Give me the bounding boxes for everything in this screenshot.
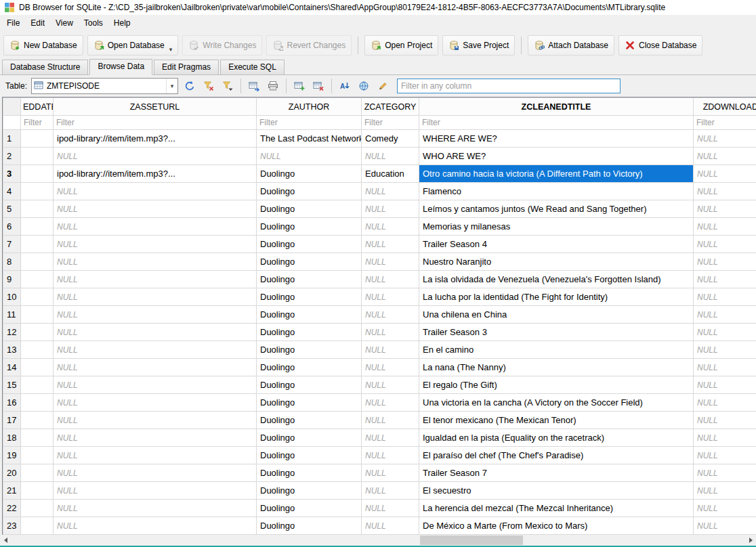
cell-eddate[interactable] bbox=[21, 482, 54, 500]
scroll-left-arrow-icon[interactable] bbox=[0, 535, 11, 546]
menu-view[interactable]: View bbox=[50, 16, 79, 30]
dropdown-arrow-icon[interactable]: ▾ bbox=[169, 46, 173, 55]
cell-asseturl[interactable]: NULL bbox=[54, 148, 257, 165]
cell-download[interactable]: NULL bbox=[694, 148, 756, 165]
cell-category[interactable]: NULL bbox=[362, 183, 419, 200]
cell-category[interactable]: Comedy bbox=[362, 130, 419, 148]
cell-download[interactable]: NULL bbox=[694, 183, 756, 200]
clear-filters-icon[interactable] bbox=[200, 77, 217, 95]
cell-asseturl[interactable]: ipod-library://item/item.mp3?... bbox=[54, 130, 257, 148]
cell-author[interactable]: Duolingo bbox=[257, 517, 362, 535]
edit-mode-icon[interactable] bbox=[374, 77, 392, 95]
row-number[interactable]: 17 bbox=[3, 412, 21, 429]
row-number[interactable]: 18 bbox=[3, 429, 21, 447]
row-number[interactable]: 3 bbox=[3, 165, 21, 183]
cell-author[interactable]: Duolingo bbox=[257, 200, 362, 218]
tab-edit-pragmas[interactable]: Edit Pragmas bbox=[154, 60, 219, 74]
cell-author[interactable]: Duolingo bbox=[257, 324, 362, 341]
cell-author[interactable]: Duolingo bbox=[257, 341, 362, 359]
cell-category[interactable]: NULL bbox=[362, 517, 419, 535]
scrollbar-thumb[interactable] bbox=[420, 535, 523, 545]
cell-title[interactable]: La lucha por la identidad (The Fight for… bbox=[419, 288, 694, 306]
row-number[interactable]: 13 bbox=[3, 341, 21, 359]
cell-eddate[interactable] bbox=[21, 271, 54, 288]
cell-eddate[interactable] bbox=[21, 517, 54, 535]
cell-author[interactable]: Duolingo bbox=[257, 271, 362, 288]
row-number[interactable]: 7 bbox=[3, 236, 21, 253]
cell-asseturl[interactable]: NULL bbox=[54, 464, 257, 482]
tab-browse-data[interactable]: Browse Data bbox=[89, 59, 152, 75]
cell-author[interactable]: Duolingo bbox=[257, 183, 362, 200]
cell-eddate[interactable] bbox=[21, 148, 54, 165]
cell-category[interactable]: NULL bbox=[362, 376, 419, 394]
cell-asseturl[interactable]: NULL bbox=[54, 324, 257, 341]
cell-category[interactable]: NULL bbox=[362, 394, 419, 412]
cell-asseturl[interactable]: NULL bbox=[54, 341, 257, 359]
row-number[interactable]: 9 bbox=[3, 271, 21, 288]
cell-download[interactable]: NULL bbox=[694, 324, 756, 341]
row-number[interactable]: 2 bbox=[3, 148, 21, 165]
cell-eddate[interactable] bbox=[21, 341, 54, 359]
cell-download[interactable]: NULL bbox=[694, 394, 756, 412]
cell-title[interactable]: Nuestro Naranjito bbox=[419, 253, 694, 271]
cell-eddate[interactable] bbox=[21, 218, 54, 236]
cell-asseturl[interactable]: NULL bbox=[54, 429, 257, 447]
row-number[interactable]: 22 bbox=[3, 500, 21, 517]
cell-author[interactable]: Duolingo bbox=[257, 218, 362, 236]
cell-category[interactable]: NULL bbox=[362, 482, 419, 500]
cell-asseturl[interactable]: NULL bbox=[54, 253, 257, 271]
cell-eddate[interactable] bbox=[21, 500, 54, 517]
column-header-zcategory[interactable]: ZCATEGORY bbox=[362, 98, 419, 116]
cell-eddate[interactable] bbox=[21, 376, 54, 394]
cell-title[interactable]: Leímos y cantamos juntos (We Read and Sa… bbox=[419, 200, 694, 218]
cell-asseturl[interactable]: NULL bbox=[54, 236, 257, 253]
attach-database-button[interactable]: Attach Database bbox=[528, 35, 614, 56]
cell-title[interactable]: Una victoria en la cancha (A Victory on … bbox=[419, 394, 694, 412]
cell-author[interactable]: The Last Podcast Network bbox=[257, 130, 362, 148]
cell-eddate[interactable] bbox=[21, 236, 54, 253]
cell-asseturl[interactable]: NULL bbox=[54, 288, 257, 306]
cell-category[interactable]: NULL bbox=[362, 271, 419, 288]
row-number[interactable]: 6 bbox=[3, 218, 21, 236]
export-view-icon[interactable] bbox=[245, 77, 263, 95]
menu-file[interactable]: File bbox=[1, 16, 25, 30]
open-project-button[interactable]: Open Project bbox=[364, 35, 438, 56]
horizontal-scrollbar[interactable] bbox=[0, 535, 756, 546]
cell-author[interactable]: Duolingo bbox=[257, 482, 362, 500]
filter-input-zcleanedtitle[interactable] bbox=[419, 116, 693, 129]
cell-author[interactable]: Duolingo bbox=[257, 288, 362, 306]
filter-input-zcategory[interactable] bbox=[362, 116, 419, 129]
delete-record-icon[interactable] bbox=[310, 77, 327, 95]
row-number[interactable]: 5 bbox=[3, 200, 21, 218]
cell-title[interactable]: En el camino bbox=[419, 341, 694, 359]
corner-header[interactable] bbox=[3, 98, 21, 116]
cell-eddate[interactable] bbox=[21, 183, 54, 200]
cell-eddate[interactable] bbox=[21, 165, 54, 183]
cell-author[interactable]: Duolingo bbox=[257, 429, 362, 447]
table-select-combobox[interactable]: ZMTEPISODE ▾ bbox=[31, 78, 178, 94]
cell-category[interactable]: NULL bbox=[362, 253, 419, 271]
cell-category[interactable]: NULL bbox=[362, 218, 419, 236]
cell-eddate[interactable] bbox=[21, 130, 54, 148]
cell-download[interactable]: NULL bbox=[694, 341, 756, 359]
cell-author[interactable]: Duolingo bbox=[257, 359, 362, 376]
row-number[interactable]: 14 bbox=[3, 359, 21, 376]
filter-input-eddate[interactable] bbox=[21, 116, 53, 129]
filter-input-zdownloadm[interactable] bbox=[694, 116, 756, 129]
cell-category[interactable]: NULL bbox=[362, 429, 419, 447]
cell-eddate[interactable] bbox=[21, 394, 54, 412]
menu-edit[interactable]: Edit bbox=[25, 16, 50, 30]
cell-eddate[interactable] bbox=[21, 429, 54, 447]
cell-download[interactable]: NULL bbox=[694, 376, 756, 394]
row-number[interactable]: 23 bbox=[3, 517, 21, 535]
cell-download[interactable]: NULL bbox=[694, 165, 756, 183]
chevron-down-icon[interactable]: ▾ bbox=[166, 79, 177, 93]
row-number[interactable]: 12 bbox=[3, 324, 21, 341]
cell-category[interactable]: NULL bbox=[362, 236, 419, 253]
cell-title[interactable]: Otro camino hacia la victoria (A Differe… bbox=[419, 165, 694, 183]
column-header-zasseturl[interactable]: ZASSETURL bbox=[54, 98, 257, 116]
cell-category[interactable]: NULL bbox=[362, 359, 419, 376]
cell-download[interactable]: NULL bbox=[694, 447, 756, 464]
cell-title[interactable]: El secuestro bbox=[419, 482, 694, 500]
cell-title[interactable]: Memorias y milanesas bbox=[419, 218, 694, 236]
